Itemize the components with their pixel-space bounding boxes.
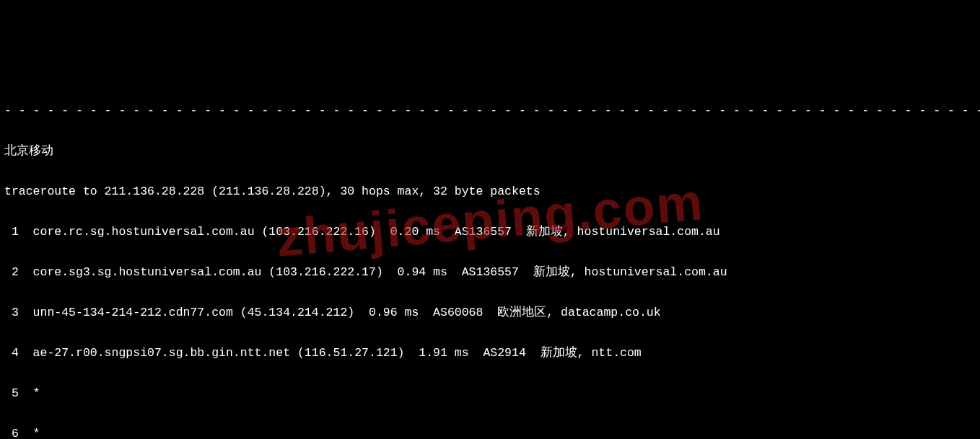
terminal-output: - - - - - - - - - - - - - - - - - - - - … <box>0 81 980 439</box>
hop-line: 6 * <box>4 424 976 439</box>
hop-line: 3 unn-45-134-214-212.cdn77.com (45.134.2… <box>4 303 976 323</box>
hop-line: 5 * <box>4 383 976 404</box>
target-title: 北京移动 <box>4 141 976 161</box>
divider-line: - - - - - - - - - - - - - - - - - - - - … <box>4 101 976 121</box>
hop-line: 2 core.sg3.sg.hostuniversal.com.au (103.… <box>4 262 976 283</box>
hop-line: 4 ae-27.r00.sngpsi07.sg.bb.gin.ntt.net (… <box>4 343 976 363</box>
hop-line: 1 core.rc.sg.hostuniversal.com.au (103.2… <box>4 222 976 242</box>
traceroute-header: traceroute to 211.136.28.228 (211.136.28… <box>4 182 976 202</box>
